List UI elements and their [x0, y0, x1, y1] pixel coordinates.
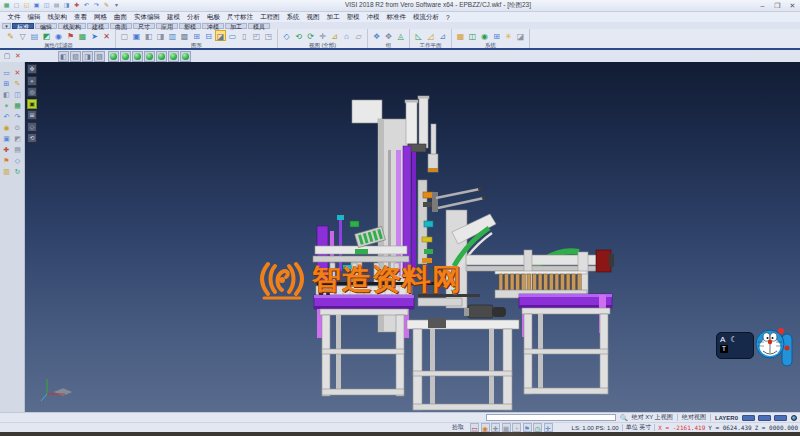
panels-icon[interactable]: ◫ [12, 89, 23, 100]
units-label[interactable]: 单位 英寸 [626, 423, 652, 432]
app-logo-icon[interactable]: ▦ [2, 1, 11, 10]
menu-item[interactable]: 模流分析 [410, 13, 443, 22]
clear-filter-icon[interactable]: ✕ [101, 30, 112, 41]
menu-item[interactable]: 尺寸标注 [224, 13, 257, 22]
color-style-icon[interactable]: ◩ [41, 30, 52, 41]
window-left-icon[interactable]: ◧ [143, 30, 154, 41]
mid-snap-icon[interactable]: ✚ [491, 423, 500, 432]
circle-icon[interactable]: ◉ [1, 122, 12, 133]
undo-dock-icon[interactable]: ↶ [1, 111, 12, 122]
menu-item[interactable]: 查看 [71, 13, 91, 22]
menu-item[interactable]: 曲面 [111, 13, 131, 22]
blank-view-icon[interactable]: ▯ [239, 30, 250, 41]
quad-bottom-icon[interactable]: ◳ [263, 30, 274, 41]
brush-icon[interactable]: ✎ [102, 1, 111, 10]
viewcube-shaded-button[interactable]: ▣ [27, 99, 37, 109]
system-settings-icon[interactable]: ✳ [503, 30, 514, 41]
wireframe-mode-icon[interactable]: ◧ [58, 51, 69, 62]
close-viewport-icon[interactable]: ✕ [13, 51, 23, 61]
shade-icon[interactable]: ◩ [12, 133, 23, 144]
menu-item[interactable]: 分析 [184, 13, 204, 22]
frame-view-icon[interactable]: ▭ [227, 30, 238, 41]
tangent-snap-icon[interactable]: ◔ [512, 423, 521, 432]
mesh-icon[interactable]: ▦ [12, 100, 23, 111]
flag-filter-icon[interactable]: ⚑ [65, 30, 76, 41]
ime-mode-box[interactable]: A ☾ T [716, 332, 754, 359]
grid-snap-icon[interactable]: ▦ [502, 423, 511, 432]
grid-filter-icon[interactable]: ▦ [77, 30, 88, 41]
print-icon[interactable]: ▤ [52, 1, 61, 10]
menu-item[interactable]: 实体编辑 [131, 13, 164, 22]
menu-item[interactable]: 塑模 [343, 13, 363, 22]
redo-icon[interactable]: ↷ [92, 1, 101, 10]
ime-latin-icon[interactable]: A [720, 334, 725, 345]
system-shade-icon[interactable]: ◫ [467, 30, 478, 41]
list-icon[interactable]: ▤ [12, 144, 23, 155]
refresh-icon[interactable]: ↻ [12, 166, 23, 177]
shaded-edges-mode-icon[interactable]: ▨ [94, 51, 105, 62]
menu-item[interactable]: ? [443, 14, 454, 21]
layer-color-swatch[interactable] [742, 415, 755, 421]
boundary-snap-icon[interactable]: ▭ [470, 423, 479, 432]
zoom-extents-icon[interactable]: ◇ [281, 30, 292, 41]
system-grid-icon[interactable]: ⊞ [491, 30, 502, 41]
viewcube-grid-button[interactable]: ⊞ [27, 110, 37, 120]
open-drawing-icon[interactable]: ▣ [131, 30, 142, 41]
history-clock-icon[interactable]: ◷ [533, 423, 542, 432]
mesh-view-icon[interactable]: ▩ [179, 30, 190, 41]
add-icon[interactable]: ✚ [1, 144, 12, 155]
delete-icon[interactable]: ✚ [72, 1, 81, 10]
absolute-view-label[interactable]: 绝对视图 [682, 413, 706, 422]
shaded-mode-icon[interactable]: ◨ [82, 51, 93, 62]
diamond-icon[interactable]: ◇ [12, 155, 23, 166]
crosshair-snap-icon[interactable]: ✛ [544, 423, 553, 432]
selection-arrow-icon[interactable]: ➤ [89, 30, 100, 41]
ime-toolbar[interactable]: A ☾ T [716, 326, 794, 372]
menu-item[interactable]: 冲模 [363, 13, 383, 22]
save-all-icon[interactable]: ◫ [42, 1, 51, 10]
viewcube-pan-button[interactable]: ✥ [27, 64, 37, 74]
layer-color-swatch[interactable] [774, 415, 787, 421]
half-left-icon[interactable]: ◧ [1, 89, 12, 100]
view-right-button[interactable] [168, 51, 179, 62]
undo-icon[interactable]: ↶ [82, 1, 91, 10]
point-snap-icon[interactable]: ◉ [481, 423, 490, 432]
view-mode-label[interactable]: 绝对 XY 上视图 [632, 413, 673, 422]
ime-moon-icon[interactable]: ☾ [730, 334, 737, 345]
window-right-icon[interactable]: ◨ [155, 30, 166, 41]
filter-icon[interactable]: ▽ [17, 30, 28, 41]
3d-viewport[interactable]: ✥⌖◎▣⊞◇⟲ [25, 62, 800, 412]
hatch-view-icon[interactable]: ▥ [167, 30, 178, 41]
grid-icon[interactable]: ⊞ [1, 78, 12, 89]
menu-item[interactable]: 电极 [204, 13, 224, 22]
workplane-create-icon[interactable]: ◺ [413, 30, 424, 41]
command-input[interactable] [486, 414, 616, 421]
rotate-right-icon[interactable]: ⟳ [305, 30, 316, 41]
sketch-icon[interactable]: ✎ [12, 78, 23, 89]
shaded-view-icon[interactable]: ◪ [215, 30, 226, 41]
view-bottom-button[interactable] [180, 51, 191, 62]
menu-item[interactable]: 文件 [4, 13, 24, 22]
menu-item[interactable]: 工程图 [257, 13, 284, 22]
new-viewport-icon[interactable]: ▢ [2, 51, 12, 61]
system-palette-icon[interactable]: ▦ [455, 30, 466, 41]
erase-icon[interactable]: ✕ [12, 67, 23, 78]
system-report-icon[interactable]: ◪ [515, 30, 526, 41]
hidden-line-mode-icon[interactable]: ▧ [70, 51, 81, 62]
view-iso-button[interactable] [108, 51, 119, 62]
visibility-icon[interactable]: ◉ [53, 30, 64, 41]
workplane-reset-icon[interactable]: ⊿ [437, 30, 448, 41]
viewcube-orbit-button[interactable]: ◎ [27, 87, 37, 97]
save-icon[interactable]: ▣ [32, 1, 41, 10]
target-icon[interactable]: ⌖ [1, 100, 12, 111]
menu-item[interactable]: 加工 [323, 13, 343, 22]
color-indicator-icon[interactable] [791, 415, 797, 421]
view-left-button[interactable] [156, 51, 167, 62]
close-button[interactable]: ✕ [785, 0, 800, 11]
view-front-button[interactable] [132, 51, 143, 62]
view-top-button[interactable] [120, 51, 131, 62]
layer-color-swatch[interactable] [758, 415, 771, 421]
cad-machine-model[interactable] [25, 62, 800, 412]
menu-item[interactable]: 视图 [303, 13, 323, 22]
plane-view-icon[interactable]: ▱ [353, 30, 364, 41]
